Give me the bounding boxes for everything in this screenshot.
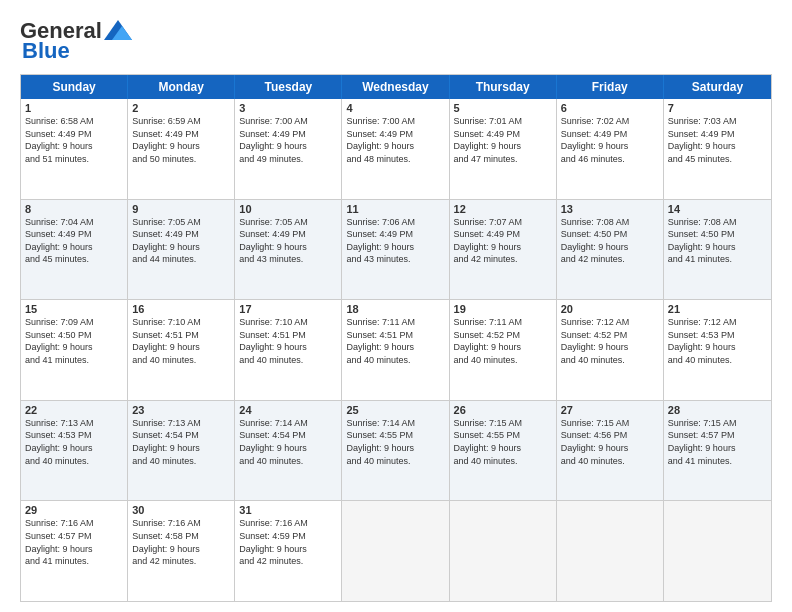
day-number: 15: [25, 303, 123, 315]
table-row: 29Sunrise: 7:16 AM Sunset: 4:57 PM Dayli…: [21, 501, 128, 601]
day-info: Sunrise: 7:11 AM Sunset: 4:52 PM Dayligh…: [454, 316, 552, 366]
day-info: Sunrise: 7:14 AM Sunset: 4:54 PM Dayligh…: [239, 417, 337, 467]
calendar: SundayMondayTuesdayWednesdayThursdayFrid…: [20, 74, 772, 602]
day-info: Sunrise: 7:05 AM Sunset: 4:49 PM Dayligh…: [239, 216, 337, 266]
table-row: 11Sunrise: 7:06 AM Sunset: 4:49 PM Dayli…: [342, 200, 449, 300]
table-row: 23Sunrise: 7:13 AM Sunset: 4:54 PM Dayli…: [128, 401, 235, 501]
day-number: 23: [132, 404, 230, 416]
day-number: 22: [25, 404, 123, 416]
day-number: 4: [346, 102, 444, 114]
table-row: 21Sunrise: 7:12 AM Sunset: 4:53 PM Dayli…: [664, 300, 771, 400]
day-header-tuesday: Tuesday: [235, 75, 342, 99]
table-row: 7Sunrise: 7:03 AM Sunset: 4:49 PM Daylig…: [664, 99, 771, 199]
table-row: 20Sunrise: 7:12 AM Sunset: 4:52 PM Dayli…: [557, 300, 664, 400]
header: General Blue: [20, 18, 772, 64]
table-row: 1Sunrise: 6:58 AM Sunset: 4:49 PM Daylig…: [21, 99, 128, 199]
day-header-wednesday: Wednesday: [342, 75, 449, 99]
day-info: Sunrise: 7:00 AM Sunset: 4:49 PM Dayligh…: [346, 115, 444, 165]
table-row: 8Sunrise: 7:04 AM Sunset: 4:49 PM Daylig…: [21, 200, 128, 300]
table-row: 4Sunrise: 7:00 AM Sunset: 4:49 PM Daylig…: [342, 99, 449, 199]
calendar-header: SundayMondayTuesdayWednesdayThursdayFrid…: [21, 75, 771, 99]
table-row: 22Sunrise: 7:13 AM Sunset: 4:53 PM Dayli…: [21, 401, 128, 501]
table-row: [342, 501, 449, 601]
table-row: [450, 501, 557, 601]
table-row: 5Sunrise: 7:01 AM Sunset: 4:49 PM Daylig…: [450, 99, 557, 199]
table-row: [557, 501, 664, 601]
day-number: 25: [346, 404, 444, 416]
day-number: 20: [561, 303, 659, 315]
day-info: Sunrise: 7:07 AM Sunset: 4:49 PM Dayligh…: [454, 216, 552, 266]
table-row: 24Sunrise: 7:14 AM Sunset: 4:54 PM Dayli…: [235, 401, 342, 501]
logo-icon: [104, 20, 132, 40]
table-row: 31Sunrise: 7:16 AM Sunset: 4:59 PM Dayli…: [235, 501, 342, 601]
day-info: Sunrise: 7:15 AM Sunset: 4:57 PM Dayligh…: [668, 417, 767, 467]
day-info: Sunrise: 7:15 AM Sunset: 4:56 PM Dayligh…: [561, 417, 659, 467]
day-info: Sunrise: 7:16 AM Sunset: 4:57 PM Dayligh…: [25, 517, 123, 567]
table-row: 18Sunrise: 7:11 AM Sunset: 4:51 PM Dayli…: [342, 300, 449, 400]
day-info: Sunrise: 7:15 AM Sunset: 4:55 PM Dayligh…: [454, 417, 552, 467]
table-row: 13Sunrise: 7:08 AM Sunset: 4:50 PM Dayli…: [557, 200, 664, 300]
day-number: 13: [561, 203, 659, 215]
calendar-row: 8Sunrise: 7:04 AM Sunset: 4:49 PM Daylig…: [21, 199, 771, 300]
table-row: 2Sunrise: 6:59 AM Sunset: 4:49 PM Daylig…: [128, 99, 235, 199]
calendar-row: 1Sunrise: 6:58 AM Sunset: 4:49 PM Daylig…: [21, 99, 771, 199]
table-row: 26Sunrise: 7:15 AM Sunset: 4:55 PM Dayli…: [450, 401, 557, 501]
day-number: 14: [668, 203, 767, 215]
day-number: 17: [239, 303, 337, 315]
day-number: 5: [454, 102, 552, 114]
day-number: 29: [25, 504, 123, 516]
day-info: Sunrise: 7:14 AM Sunset: 4:55 PM Dayligh…: [346, 417, 444, 467]
day-number: 16: [132, 303, 230, 315]
day-info: Sunrise: 7:06 AM Sunset: 4:49 PM Dayligh…: [346, 216, 444, 266]
day-info: Sunrise: 7:04 AM Sunset: 4:49 PM Dayligh…: [25, 216, 123, 266]
calendar-row: 22Sunrise: 7:13 AM Sunset: 4:53 PM Dayli…: [21, 400, 771, 501]
day-info: Sunrise: 7:16 AM Sunset: 4:58 PM Dayligh…: [132, 517, 230, 567]
day-header-saturday: Saturday: [664, 75, 771, 99]
day-number: 27: [561, 404, 659, 416]
table-row: 30Sunrise: 7:16 AM Sunset: 4:58 PM Dayli…: [128, 501, 235, 601]
day-number: 10: [239, 203, 337, 215]
day-number: 18: [346, 303, 444, 315]
day-info: Sunrise: 7:09 AM Sunset: 4:50 PM Dayligh…: [25, 316, 123, 366]
day-info: Sunrise: 7:10 AM Sunset: 4:51 PM Dayligh…: [239, 316, 337, 366]
day-number: 1: [25, 102, 123, 114]
day-number: 3: [239, 102, 337, 114]
table-row: 15Sunrise: 7:09 AM Sunset: 4:50 PM Dayli…: [21, 300, 128, 400]
day-info: Sunrise: 7:16 AM Sunset: 4:59 PM Dayligh…: [239, 517, 337, 567]
table-row: 25Sunrise: 7:14 AM Sunset: 4:55 PM Dayli…: [342, 401, 449, 501]
table-row: 19Sunrise: 7:11 AM Sunset: 4:52 PM Dayli…: [450, 300, 557, 400]
day-header-friday: Friday: [557, 75, 664, 99]
table-row: 17Sunrise: 7:10 AM Sunset: 4:51 PM Dayli…: [235, 300, 342, 400]
day-info: Sunrise: 6:59 AM Sunset: 4:49 PM Dayligh…: [132, 115, 230, 165]
table-row: 9Sunrise: 7:05 AM Sunset: 4:49 PM Daylig…: [128, 200, 235, 300]
day-header-thursday: Thursday: [450, 75, 557, 99]
table-row: 16Sunrise: 7:10 AM Sunset: 4:51 PM Dayli…: [128, 300, 235, 400]
day-number: 24: [239, 404, 337, 416]
day-info: Sunrise: 7:03 AM Sunset: 4:49 PM Dayligh…: [668, 115, 767, 165]
table-row: 6Sunrise: 7:02 AM Sunset: 4:49 PM Daylig…: [557, 99, 664, 199]
calendar-row: 15Sunrise: 7:09 AM Sunset: 4:50 PM Dayli…: [21, 299, 771, 400]
logo-blue: Blue: [22, 38, 70, 64]
table-row: 3Sunrise: 7:00 AM Sunset: 4:49 PM Daylig…: [235, 99, 342, 199]
day-number: 2: [132, 102, 230, 114]
day-number: 7: [668, 102, 767, 114]
calendar-row: 29Sunrise: 7:16 AM Sunset: 4:57 PM Dayli…: [21, 500, 771, 601]
day-number: 31: [239, 504, 337, 516]
day-info: Sunrise: 7:10 AM Sunset: 4:51 PM Dayligh…: [132, 316, 230, 366]
day-info: Sunrise: 7:08 AM Sunset: 4:50 PM Dayligh…: [561, 216, 659, 266]
day-number: 21: [668, 303, 767, 315]
day-header-monday: Monday: [128, 75, 235, 99]
day-number: 8: [25, 203, 123, 215]
calendar-body: 1Sunrise: 6:58 AM Sunset: 4:49 PM Daylig…: [21, 99, 771, 601]
page: General Blue SundayMondayTuesdayWednesda…: [0, 0, 792, 612]
day-number: 11: [346, 203, 444, 215]
table-row: [664, 501, 771, 601]
day-number: 28: [668, 404, 767, 416]
day-info: Sunrise: 7:13 AM Sunset: 4:53 PM Dayligh…: [25, 417, 123, 467]
table-row: 28Sunrise: 7:15 AM Sunset: 4:57 PM Dayli…: [664, 401, 771, 501]
day-number: 9: [132, 203, 230, 215]
table-row: 14Sunrise: 7:08 AM Sunset: 4:50 PM Dayli…: [664, 200, 771, 300]
day-header-sunday: Sunday: [21, 75, 128, 99]
day-info: Sunrise: 7:11 AM Sunset: 4:51 PM Dayligh…: [346, 316, 444, 366]
day-info: Sunrise: 6:58 AM Sunset: 4:49 PM Dayligh…: [25, 115, 123, 165]
